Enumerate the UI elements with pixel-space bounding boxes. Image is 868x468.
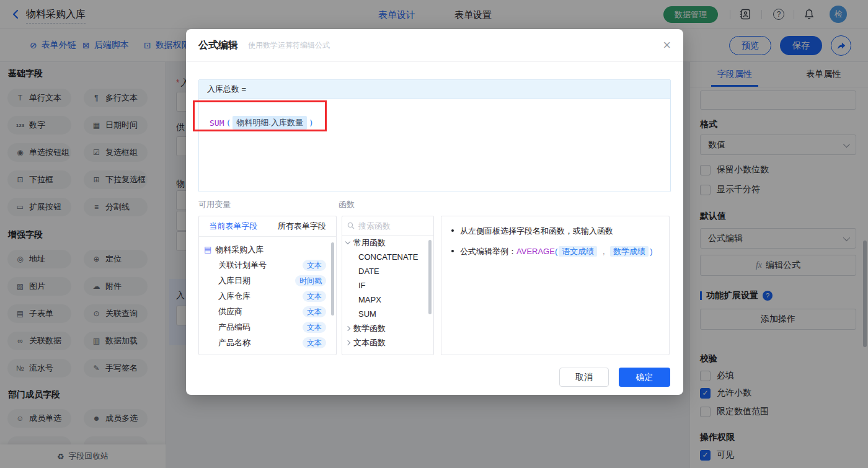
formula-input-area[interactable]: SUM(物料明细.入库数量) <box>199 99 670 192</box>
type-badge: 文本 <box>303 322 326 333</box>
functions-panel: 常用函数 CONCATENATE DATE IF MAPX SUM 数学函数 文… <box>342 216 434 355</box>
comma: ， <box>600 247 608 256</box>
help-example: 公式编辑举例：AVERAGE(语文成绩，数学成绩) <box>460 245 653 258</box>
confirm-button[interactable]: 确定 <box>619 368 670 387</box>
example-field-chip: 数学成绩 <box>610 246 649 257</box>
variable-name: 供应商 <box>218 306 242 317</box>
bullet-icon <box>451 229 454 232</box>
example-prefix: 公式编辑举例： <box>460 247 516 256</box>
function-group-label: 文本函数 <box>353 337 386 348</box>
formula-editor[interactable]: 入库总数 = SUM(物料明细.入库数量) <box>198 79 671 192</box>
variable-row[interactable]: 供应商文本 <box>199 304 336 319</box>
function-item[interactable]: IF <box>342 278 433 293</box>
variable-row[interactable]: 关联计划单号文本 <box>199 257 336 273</box>
help-text: 从左侧面板选择字段名和函数，或输入函数 <box>460 225 613 237</box>
function-group-label: 数学函数 <box>353 323 386 334</box>
formula-target: 入库总数 = <box>199 80 670 99</box>
modal-title: 公式编辑 <box>198 39 238 52</box>
help-example-line: 公式编辑举例：AVERAGE(语文成绩，数学成绩) <box>451 245 659 258</box>
function-group-common[interactable]: 常用函数 <box>342 236 433 250</box>
variable-row[interactable]: 产品编码文本 <box>199 319 336 335</box>
function-group-label: 常用函数 <box>353 237 386 249</box>
function-search-input[interactable] <box>358 221 420 231</box>
tab-current-form-fields[interactable]: 当前表单字段 <box>199 216 268 236</box>
function-item[interactable]: SUM <box>342 307 433 321</box>
function-item[interactable]: DATE <box>342 264 433 278</box>
scrollbar[interactable] <box>331 242 334 316</box>
variable-row[interactable]: 产品名称文本 <box>199 335 336 350</box>
tab-all-form-fields[interactable]: 所有表单字段 <box>268 216 337 236</box>
chevron-down-icon <box>345 239 350 244</box>
close-icon[interactable]: × <box>663 38 671 52</box>
variable-name: 入库日期 <box>218 275 250 286</box>
chevron-right-icon <box>345 325 350 330</box>
chevron-right-icon <box>345 340 350 345</box>
close-paren: ) <box>307 118 316 128</box>
help-panel: 从左侧面板选择字段名和函数，或输入函数 公式编辑举例：AVERAGE(语文成绩，… <box>441 216 670 355</box>
form-tree-root-label: 物料采购入库 <box>215 244 264 255</box>
form-tree-root[interactable]: ▤物料采购入库 <box>199 242 336 257</box>
variables-label: 可用变量 <box>198 199 231 210</box>
function-group-math[interactable]: 数学函数 <box>342 321 433 335</box>
function-search[interactable] <box>342 216 433 236</box>
example-function: AVERAGE <box>516 247 555 256</box>
type-badge: 文本 <box>303 291 326 302</box>
modal-subtitle: 使用数学运算符编辑公式 <box>248 40 330 51</box>
app-window: 物料采购入库 表单设计 表单设置 数据管理 ? 检 ⊘表单外链 ⊠后端脚本 ⊡数… <box>0 0 868 468</box>
example-field-chip: 语文成绩 <box>559 246 597 257</box>
variables-tabs: 当前表单字段 所有表单字段 <box>199 216 336 237</box>
open-paren: ( <box>224 118 232 128</box>
type-badge: 文本 <box>303 260 326 271</box>
variable-name: 产品编码 <box>218 322 250 333</box>
formula-expression: SUM(物料明细.入库数量) <box>210 116 316 130</box>
cancel-button[interactable]: 取消 <box>559 368 609 387</box>
form-icon: ▤ <box>204 245 211 254</box>
field-chip[interactable]: 物料明细.入库数量 <box>232 116 307 130</box>
variable-row[interactable]: 入库仓库文本 <box>199 288 336 304</box>
search-icon <box>347 222 355 229</box>
type-badge: 时间戳 <box>295 275 326 286</box>
help-line: 从左侧面板选择字段名和函数，或输入函数 <box>451 225 659 237</box>
variable-name: 产品名称 <box>218 337 250 348</box>
variable-row[interactable]: 入库日期时间戳 <box>199 273 336 288</box>
modal-header: 公式编辑 使用数学运算符编辑公式 × <box>186 29 683 62</box>
type-badge: 文本 <box>303 337 326 348</box>
function-item[interactable]: CONCATENATE <box>342 250 433 264</box>
type-badge: 文本 <box>303 306 326 317</box>
bullet-icon <box>451 250 454 252</box>
function-item[interactable]: MAPX <box>342 293 433 307</box>
variable-name: 关联计划单号 <box>218 260 267 271</box>
variable-name: 入库仓库 <box>218 291 250 302</box>
function-name: SUM <box>210 118 224 128</box>
close-paren: ) <box>650 247 652 256</box>
functions-label: 函数 <box>339 199 355 210</box>
open-paren: ( <box>555 247 557 256</box>
formula-edit-modal: 公式编辑 使用数学运算符编辑公式 × 入库总数 = SUM(物料明细.入库数量)… <box>186 29 683 395</box>
function-group-text[interactable]: 文本函数 <box>342 335 433 350</box>
scrollbar[interactable] <box>428 240 432 314</box>
variables-panel: 当前表单字段 所有表单字段 ▤物料采购入库 关联计划单号文本 入库日期时间戳 入… <box>198 216 337 355</box>
